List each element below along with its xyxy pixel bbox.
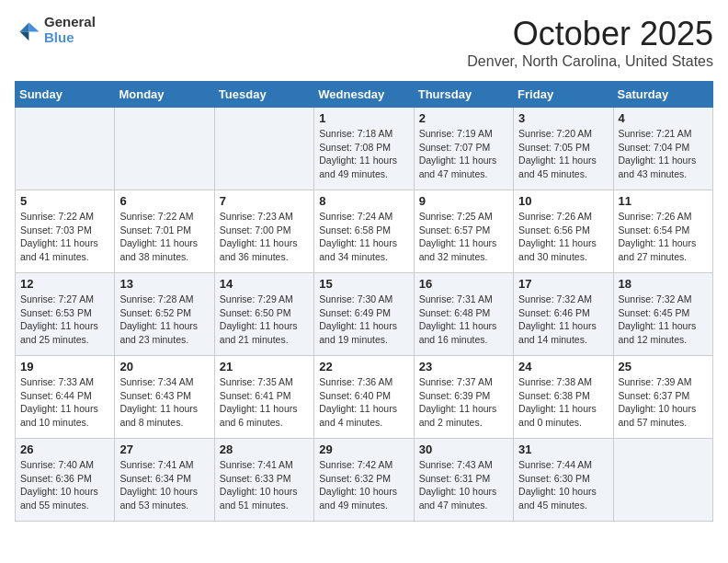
day-info: Sunrise: 7:33 AMSunset: 6:44 PMDaylight:… <box>20 375 109 430</box>
day-info: Sunrise: 7:37 AMSunset: 6:39 PMDaylight:… <box>419 375 508 430</box>
calendar-cell <box>115 108 214 190</box>
logo-general-text: General <box>44 15 96 30</box>
day-number: 28 <box>220 442 309 456</box>
calendar-week-row: 12Sunrise: 7:27 AMSunset: 6:53 PMDayligh… <box>16 273 713 356</box>
day-number: 16 <box>419 277 508 291</box>
day-number: 12 <box>20 277 109 291</box>
title-block: October 2025 Denver, North Carolina, Uni… <box>467 15 713 70</box>
day-info: Sunrise: 7:32 AMSunset: 6:45 PMDaylight:… <box>619 293 708 347</box>
col-header-sunday: Sunday <box>16 82 115 108</box>
calendar-cell: 5Sunrise: 7:22 AMSunset: 7:03 PMDaylight… <box>16 190 115 273</box>
calendar-cell: 18Sunrise: 7:32 AMSunset: 6:45 PMDayligh… <box>613 273 712 356</box>
calendar-cell: 14Sunrise: 7:29 AMSunset: 6:50 PMDayligh… <box>214 273 313 356</box>
calendar-cell: 4Sunrise: 7:21 AMSunset: 7:04 PMDaylight… <box>613 108 712 190</box>
day-info: Sunrise: 7:41 AMSunset: 6:34 PMDaylight:… <box>119 458 209 512</box>
day-number: 21 <box>220 360 309 373</box>
logo-icon <box>15 17 40 43</box>
day-info: Sunrise: 7:29 AMSunset: 6:50 PMDaylight:… <box>220 293 309 347</box>
day-number: 14 <box>220 277 309 291</box>
day-info: Sunrise: 7:24 AMSunset: 6:58 PMDaylight:… <box>319 210 408 264</box>
day-info: Sunrise: 7:20 AMSunset: 7:05 PMDaylight:… <box>518 127 608 181</box>
day-info: Sunrise: 7:42 AMSunset: 6:32 PMDaylight:… <box>319 458 408 512</box>
day-number: 25 <box>619 360 708 373</box>
calendar-cell: 8Sunrise: 7:24 AMSunset: 6:58 PMDaylight… <box>314 190 414 273</box>
day-info: Sunrise: 7:41 AMSunset: 6:33 PMDaylight:… <box>220 458 309 512</box>
day-info: Sunrise: 7:36 AMSunset: 6:40 PMDaylight:… <box>319 375 408 430</box>
day-info: Sunrise: 7:19 AMSunset: 7:07 PMDaylight:… <box>419 127 508 181</box>
day-number: 7 <box>220 194 309 208</box>
day-info: Sunrise: 7:28 AMSunset: 6:52 PMDaylight:… <box>119 293 209 347</box>
calendar-cell: 11Sunrise: 7:26 AMSunset: 6:54 PMDayligh… <box>613 190 712 273</box>
day-info: Sunrise: 7:25 AMSunset: 6:57 PMDaylight:… <box>419 210 508 264</box>
day-info: Sunrise: 7:40 AMSunset: 6:36 PMDaylight:… <box>20 458 109 512</box>
calendar-cell: 20Sunrise: 7:34 AMSunset: 6:43 PMDayligh… <box>115 356 214 439</box>
calendar-cell: 24Sunrise: 7:38 AMSunset: 6:38 PMDayligh… <box>514 356 613 439</box>
calendar-cell: 30Sunrise: 7:43 AMSunset: 6:31 PMDayligh… <box>414 439 513 522</box>
day-info: Sunrise: 7:26 AMSunset: 6:54 PMDaylight:… <box>619 210 708 264</box>
calendar-cell: 19Sunrise: 7:33 AMSunset: 6:44 PMDayligh… <box>16 356 115 439</box>
day-info: Sunrise: 7:31 AMSunset: 6:48 PMDaylight:… <box>419 293 508 347</box>
location-title: Denver, North Carolina, United States <box>467 53 713 70</box>
day-info: Sunrise: 7:27 AMSunset: 6:53 PMDaylight:… <box>20 293 109 347</box>
day-number: 30 <box>419 442 508 456</box>
day-number: 23 <box>419 360 508 373</box>
day-number: 22 <box>319 360 408 373</box>
day-number: 24 <box>518 360 608 373</box>
calendar-cell: 29Sunrise: 7:42 AMSunset: 6:32 PMDayligh… <box>314 439 414 522</box>
calendar-cell: 27Sunrise: 7:41 AMSunset: 6:34 PMDayligh… <box>115 439 214 522</box>
day-info: Sunrise: 7:30 AMSunset: 6:49 PMDaylight:… <box>319 293 408 347</box>
svg-marker-2 <box>20 31 29 40</box>
day-number: 27 <box>119 442 209 456</box>
day-info: Sunrise: 7:44 AMSunset: 6:30 PMDaylight:… <box>518 458 608 512</box>
logo-blue-text: Blue <box>44 30 96 46</box>
day-number: 26 <box>20 442 109 456</box>
day-number: 19 <box>20 360 109 373</box>
calendar-cell <box>16 108 115 190</box>
svg-marker-0 <box>28 22 39 31</box>
col-header-friday: Friday <box>514 82 613 108</box>
col-header-wednesday: Wednesday <box>314 82 414 108</box>
calendar-cell: 6Sunrise: 7:22 AMSunset: 7:01 PMDaylight… <box>115 190 214 273</box>
calendar-cell: 1Sunrise: 7:18 AMSunset: 7:08 PMDaylight… <box>314 108 414 190</box>
day-info: Sunrise: 7:22 AMSunset: 7:01 PMDaylight:… <box>119 210 209 264</box>
calendar-cell: 31Sunrise: 7:44 AMSunset: 6:30 PMDayligh… <box>514 439 613 522</box>
day-info: Sunrise: 7:26 AMSunset: 6:56 PMDaylight:… <box>518 210 608 264</box>
day-number: 6 <box>119 194 209 208</box>
day-number: 20 <box>119 360 209 373</box>
day-number: 18 <box>619 277 708 291</box>
calendar-table: SundayMondayTuesdayWednesdayThursdayFrid… <box>15 81 713 522</box>
day-number: 10 <box>518 194 608 208</box>
logo: General Blue <box>15 15 96 45</box>
svg-marker-1 <box>20 22 29 31</box>
calendar-header-row: SundayMondayTuesdayWednesdayThursdayFrid… <box>16 82 713 108</box>
calendar-cell: 7Sunrise: 7:23 AMSunset: 7:00 PMDaylight… <box>214 190 313 273</box>
day-number: 13 <box>119 277 209 291</box>
calendar-week-row: 26Sunrise: 7:40 AMSunset: 6:36 PMDayligh… <box>16 439 713 522</box>
calendar-cell: 3Sunrise: 7:20 AMSunset: 7:05 PMDaylight… <box>514 108 613 190</box>
calendar-cell: 9Sunrise: 7:25 AMSunset: 6:57 PMDaylight… <box>414 190 513 273</box>
day-number: 31 <box>518 442 608 456</box>
calendar-cell: 28Sunrise: 7:41 AMSunset: 6:33 PMDayligh… <box>214 439 313 522</box>
calendar-cell: 2Sunrise: 7:19 AMSunset: 7:07 PMDaylight… <box>414 108 513 190</box>
day-number: 3 <box>518 111 608 125</box>
day-info: Sunrise: 7:43 AMSunset: 6:31 PMDaylight:… <box>419 458 508 512</box>
day-number: 2 <box>419 111 508 125</box>
day-info: Sunrise: 7:39 AMSunset: 6:37 PMDaylight:… <box>619 375 708 430</box>
calendar-cell: 21Sunrise: 7:35 AMSunset: 6:41 PMDayligh… <box>214 356 313 439</box>
day-info: Sunrise: 7:34 AMSunset: 6:43 PMDaylight:… <box>119 375 209 430</box>
day-info: Sunrise: 7:21 AMSunset: 7:04 PMDaylight:… <box>619 127 708 181</box>
calendar-cell: 26Sunrise: 7:40 AMSunset: 6:36 PMDayligh… <box>16 439 115 522</box>
day-number: 5 <box>20 194 109 208</box>
day-number: 8 <box>319 194 408 208</box>
calendar-cell: 17Sunrise: 7:32 AMSunset: 6:46 PMDayligh… <box>514 273 613 356</box>
calendar-cell: 13Sunrise: 7:28 AMSunset: 6:52 PMDayligh… <box>115 273 214 356</box>
calendar-cell <box>214 108 313 190</box>
calendar-cell: 15Sunrise: 7:30 AMSunset: 6:49 PMDayligh… <box>314 273 414 356</box>
day-number: 1 <box>319 111 408 125</box>
calendar-cell <box>613 439 712 522</box>
calendar-cell: 16Sunrise: 7:31 AMSunset: 6:48 PMDayligh… <box>414 273 513 356</box>
day-info: Sunrise: 7:35 AMSunset: 6:41 PMDaylight:… <box>220 375 309 430</box>
col-header-saturday: Saturday <box>613 82 712 108</box>
month-title: October 2025 <box>467 15 713 53</box>
col-header-thursday: Thursday <box>414 82 513 108</box>
